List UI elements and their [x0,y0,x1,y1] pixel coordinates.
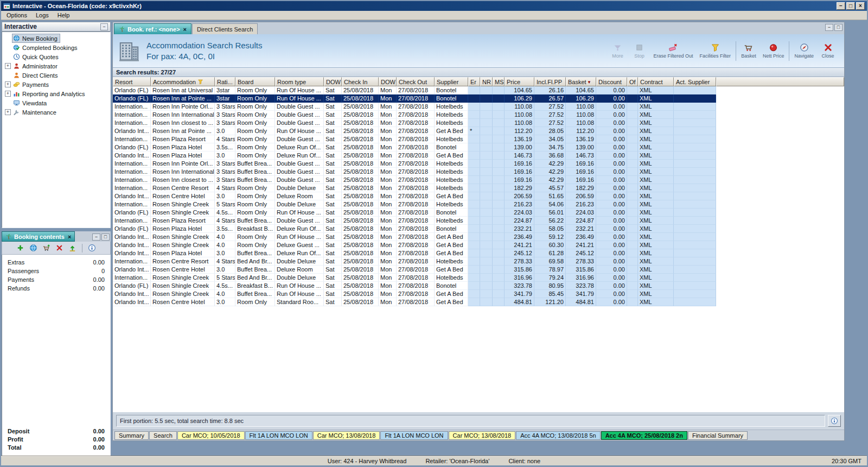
table-row[interactable]: Internation...Rosen Centre Resort4 Stars… [113,257,844,266]
table-row[interactable]: Orlando (FL)Rosen Shingle Creek4.5s...Br… [113,282,844,290]
table-row[interactable]: Orlando (FL)Rosen Plaza Hotel3.5s...Room… [113,143,844,152]
facilities-filter-button[interactable]: Facilities Filter [696,43,734,59]
column-header-contract[interactable]: Contract [638,77,674,86]
column-header-resort[interactable]: Resort [113,77,151,86]
nett-price-button[interactable]: Nett Price [760,43,788,59]
expand-icon[interactable]: + [5,109,11,115]
bottom-tab-acc-4a-mco-25-08-2018-2n[interactable]: Acc 4A MCO; 25/08/2018 2n [601,431,687,440]
info-button[interactable] [87,243,97,253]
bottom-tab-car-mco-10-05-2018[interactable]: Car MCO; 10/05/2018 [177,431,245,440]
table-row[interactable]: Orlando Int...Rosen Shingle Creek4.0Room… [113,233,844,241]
menu-logs[interactable]: Logs [31,11,53,20]
table-row[interactable]: Orlando (FL)Rosen Inn at Pointe ...3star… [113,94,844,103]
column-header-check-out[interactable]: Check Out [397,77,435,86]
table-row[interactable]: Orlando Int...Rosen Centre Hotel3.0Room … [113,298,844,306]
column-header-of[interactable]: Of [627,77,638,86]
bottom-tab-acc-4a-mco-13-08-2018-5n[interactable]: Acc 4A MCO; 13/08/2018 5n [516,431,600,440]
basket-button[interactable]: Basket [738,43,760,59]
panel-collapse-button[interactable]: − [100,23,108,30]
export-button[interactable] [68,243,77,253]
table-row[interactable]: Orlando Int...Rosen Centre Hotel3.0Room … [113,192,844,200]
doc-minimize-button[interactable]: − [825,24,833,31]
sidebar-item-viewdata[interactable]: Viewdata [2,98,110,108]
column-header-act-supplier[interactable]: Act. Supplier [674,77,716,86]
column-header-dow[interactable]: DOW [379,77,397,86]
window-maximize-button[interactable]: □ [846,2,855,10]
bottom-tab-financial-summary[interactable]: Financial Summary [688,431,748,440]
column-header-accommodation[interactable]: Accommodation [151,77,215,86]
table-row[interactable]: Internation...Rosen Centre Resort4 Stars… [113,184,844,192]
column-header-rati[interactable]: Rati... [215,77,235,86]
sidebar-item-quick-quotes[interactable]: Quick Quotes [2,52,110,61]
tab-direct-clients-search[interactable]: Direct Clients Search [192,23,258,34]
column-header-board[interactable]: Board [235,77,275,86]
sidebar-item-maintenance[interactable]: +Maintenance [2,108,110,117]
bottom-tab-car-mco-13-08-2018[interactable]: Car MCO; 13/08/2018 [313,431,380,440]
panel-maximize-button[interactable]: □ [101,234,110,241]
bottom-tab-flt-1a-lon-mco-lon[interactable]: Flt 1A LON MCO LON [245,431,312,440]
doc-maximize-button[interactable]: □ [834,24,843,31]
add-to-basket-button[interactable] [42,243,51,253]
window-minimize-button[interactable]: − [837,2,845,10]
expand-icon[interactable]: + [5,91,11,97]
column-header-price[interactable]: Price [505,77,534,86]
booking-row-passengers[interactable]: Passengers0 [2,267,110,275]
table-row[interactable]: Orlando Int...Rosen Inn at Pointe ...3.0… [113,127,844,135]
tab-close-icon[interactable]: × [183,26,187,33]
column-header-incl-fl-pp[interactable]: Incl.Fl.PP [534,77,566,86]
table-row[interactable]: Orlando Int...Rosen Shingle Creek4.0Buff… [113,290,844,298]
menu-help[interactable]: Help [53,11,74,20]
close-panel-icon[interactable]: × [68,234,71,240]
sidebar-item-new-booking[interactable]: New Booking [2,34,110,43]
table-row[interactable]: Internation...Rosen Inn International3 S… [113,168,844,176]
column-header-dow[interactable]: DOW [324,77,342,86]
column-header-ms[interactable]: MS [493,77,505,86]
sidebar-item-completed-bookings[interactable]: Completed Bookings [2,43,110,52]
table-row[interactable]: Internation...Rosen Inn Pointe Orl...3 S… [113,103,844,111]
menu-options[interactable]: Options [2,11,31,20]
booking-row-payments[interactable]: Payments0.00 [2,275,110,284]
table-row[interactable]: Internation...Rosen Inn International3 S… [113,111,844,119]
window-close-button[interactable]: × [856,2,865,10]
column-header-discount[interactable]: Discount [596,77,627,86]
add-item-button[interactable] [16,243,25,253]
column-header-check-in[interactable]: Check In [342,77,379,86]
table-row[interactable]: Internation...Rosen Shingle Creek5 Stars… [113,200,844,209]
bottom-tab-car-mco-13-08-2018[interactable]: Car MCO; 13/08/2018 [449,431,516,440]
navigate-button[interactable]: Navigate [791,43,817,59]
column-header-basket[interactable]: Basket▾ [566,77,596,86]
table-row[interactable]: Orlando Int...Rosen Centre Hotel3.0Buffe… [113,266,844,274]
table-row[interactable]: Internation...Rosen Inn closest to ...3 … [113,176,844,184]
booking-row-extras[interactable]: Extras0.00 [2,258,110,267]
info-button[interactable] [828,415,841,427]
table-row[interactable]: Internation...Rosen Inn closest to ...3 … [113,119,844,127]
bottom-tab-summary[interactable]: Summary [114,431,149,440]
column-header-er[interactable]: Er [468,77,480,86]
booking-row-refunds[interactable]: Refunds0.00 [2,284,110,293]
table-row[interactable]: Internation...Rosen Plaza Resort4 StarsB… [113,217,844,225]
world-button[interactable] [29,243,38,253]
table-row[interactable]: Orlando (FL)Rosen Plaza Hotel3.5s...Brea… [113,225,844,233]
tab-booking-ref[interactable]: Book. ref.: <none> × [114,23,192,34]
expand-icon[interactable]: + [5,81,11,87]
table-row[interactable]: Orlando Int...Rosen Shingle Creek4.0Room… [113,241,844,249]
table-row[interactable]: Internation...Rosen Inn Pointe Orl...3 S… [113,160,844,168]
sidebar-item-reporting-and-analytics[interactable]: +Reporting and Analytics [2,89,110,98]
booking-contents-tab[interactable]: Booking contents × [2,231,75,242]
sidebar-item-administrator[interactable]: +Administrator [2,61,110,71]
column-header-room-type[interactable]: Room type [275,77,324,86]
table-row[interactable]: Orlando Int...Rosen Plaza Hotel3.0Buffet… [113,249,844,257]
table-row[interactable]: Internation...Rosen Plaza Resort4 StarsR… [113,135,844,143]
delete-button[interactable] [55,243,64,253]
column-header-supplier[interactable]: Supplier [435,77,468,86]
expand-icon[interactable]: + [5,63,11,69]
table-row[interactable]: Orlando (FL)Rosen Shingle Creek4.5s...Ro… [113,209,844,217]
table-row[interactable]: Orlando (FL)Rosen Inn at Universal3starR… [113,86,844,94]
erase-filtered-out-button[interactable]: Erase Filtered Out [650,43,696,59]
sidebar-item-payments[interactable]: +Payments [2,80,110,89]
close-button[interactable]: Close [817,43,839,59]
bottom-tab-flt-1a-lon-mco-lon[interactable]: Flt 1A LON MCO LON [380,431,448,440]
panel-minimize-button[interactable]: − [92,234,100,241]
table-row[interactable]: Orlando Int...Rosen Plaza Hotel3.0Room O… [113,152,844,160]
bottom-tab-search[interactable]: Search [149,431,177,440]
